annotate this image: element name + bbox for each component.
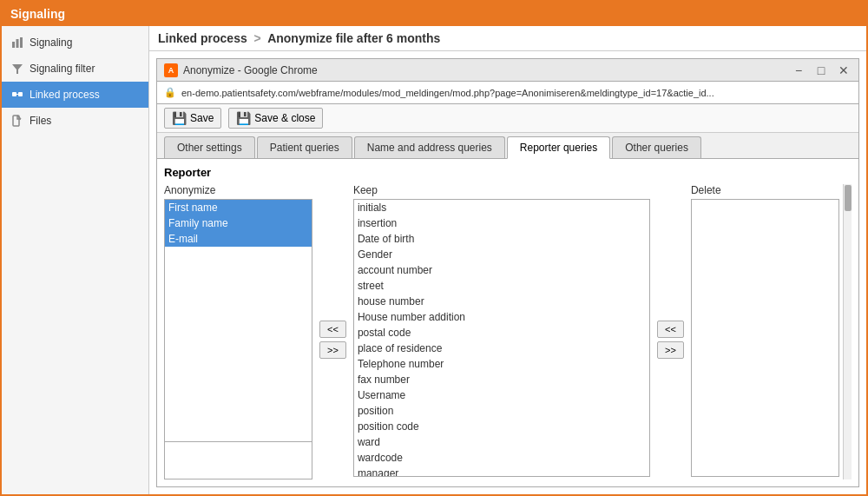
browser-addressbar: 🔒 en-demo.patientsafety.com/webframe/mod… — [157, 82, 858, 104]
keep-list[interactable]: initials insertion Date of birth Gender … — [353, 199, 650, 477]
browser-title-text: Anonymize - Google Chrome — [183, 64, 318, 76]
list-item[interactable]: fax number — [354, 372, 649, 387]
tab-patient-queries[interactable]: Patient queries — [257, 136, 352, 158]
toolbar: 💾 Save 💾 Save & close — [157, 104, 858, 133]
app-title: Signaling — [10, 7, 65, 21]
list-item[interactable]: Date of birth — [354, 231, 649, 247]
process-icon — [10, 88, 24, 102]
left-arrow-buttons: << >> — [316, 200, 350, 479]
browser-chrome: A Anonymize - Google Chrome − □ ✕ 🔒 en-d… — [156, 58, 859, 487]
sidebar-item-signaling-filter-label: Signaling filter — [30, 63, 95, 75]
list-item[interactable]: Telephone number — [354, 356, 649, 372]
anonymize-list[interactable]: First name Family name E-mail — [164, 199, 312, 442]
list-item[interactable]: initials — [354, 200, 649, 215]
svg-marker-3 — [12, 64, 23, 74]
list-item[interactable]: E-mail — [165, 231, 312, 247]
browser-close-button[interactable]: ✕ — [836, 63, 852, 78]
url-text: en-demo.patientsafety.com/webframe/modul… — [181, 88, 714, 98]
keep-label: Keep — [353, 184, 650, 196]
list-item[interactable]: Gender — [354, 247, 649, 262]
move-right-button[interactable]: >> — [319, 341, 346, 359]
list-item[interactable]: manager — [354, 466, 649, 477]
browser-titlebar: A Anonymize - Google Chrome − □ ✕ — [157, 59, 858, 82]
svg-rect-4 — [12, 92, 16, 96]
anonymize-label: Anonymize — [164, 184, 312, 196]
browser-controls: − □ ✕ — [791, 63, 852, 78]
main-area: Signaling Signaling filter Linked proces… — [2, 26, 866, 494]
list-item[interactable]: account number — [354, 262, 649, 278]
list-item[interactable]: House number addition — [354, 309, 649, 325]
app-container: Signaling Signaling Signaling filter — [0, 0, 868, 496]
list-item[interactable]: wardcode — [354, 450, 649, 466]
files-icon — [10, 114, 24, 128]
save-button[interactable]: 💾 Save — [164, 108, 221, 129]
sidebar-item-linked-process[interactable]: Linked process — [2, 82, 148, 108]
move-left-button[interactable]: << — [319, 321, 346, 338]
move-right-right-button[interactable]: >> — [657, 341, 684, 359]
sidebar: Signaling Signaling filter Linked proces… — [2, 26, 149, 494]
sidebar-item-files-label: Files — [30, 115, 51, 127]
lock-icon: 🔒 — [164, 87, 176, 98]
delete-label: Delete — [691, 184, 839, 196]
app-title-bar: Signaling — [2, 2, 866, 26]
columns-area: Anonymize First name Family name E-mail … — [164, 184, 852, 479]
tab-content: Reporter Anonymize First name Family nam… — [157, 159, 858, 486]
list-item[interactable]: ward — [354, 434, 649, 450]
sidebar-item-signaling-filter[interactable]: Signaling filter — [2, 56, 148, 82]
anonymize-column: Anonymize First name Family name E-mail — [164, 184, 312, 479]
list-item[interactable]: insertion — [354, 215, 649, 231]
save-icon: 💾 — [172, 111, 187, 125]
filter-icon — [10, 62, 24, 76]
tab-reporter-queries[interactable]: Reporter queries — [507, 136, 610, 159]
save-close-icon: 💾 — [236, 111, 251, 125]
browser-title-left: A Anonymize - Google Chrome — [164, 63, 318, 77]
svg-rect-1 — [16, 39, 19, 48]
tabs: Other settings Patient queries Name and … — [157, 133, 858, 159]
breadcrumb: Linked process > Anonymize file after 6 … — [149, 26, 866, 51]
delete-column: Delete — [691, 184, 839, 479]
right-arrow-buttons: << >> — [654, 200, 687, 479]
svg-rect-2 — [20, 37, 23, 48]
list-item[interactable]: place of residence — [354, 341, 649, 356]
browser-app-icon: A — [164, 63, 178, 77]
delete-list[interactable] — [691, 199, 839, 477]
svg-rect-0 — [12, 42, 15, 48]
breadcrumb-separator: > — [254, 31, 261, 45]
keep-column: Keep initials insertion Date of birth Ge… — [353, 184, 650, 479]
right-content: Linked process > Anonymize file after 6 … — [149, 26, 866, 494]
list-item[interactable]: street — [354, 278, 649, 294]
tab-other-settings[interactable]: Other settings — [164, 136, 255, 158]
list-item[interactable]: house number — [354, 294, 649, 309]
scrollbar-thumb[interactable] — [845, 185, 852, 211]
move-left-right-button[interactable]: << — [657, 321, 684, 338]
list-item[interactable]: Username — [354, 387, 649, 403]
svg-rect-5 — [18, 92, 23, 96]
tab-name-address-queries[interactable]: Name and address queries — [354, 136, 505, 158]
browser-minimize-button[interactable]: − — [791, 63, 806, 78]
list-item[interactable]: position code — [354, 419, 649, 434]
save-close-label: Save & close — [254, 112, 315, 124]
browser-maximize-button[interactable]: □ — [813, 63, 829, 78]
sidebar-item-signaling[interactable]: Signaling — [2, 30, 148, 56]
breadcrumb-current: Anonymize file after 6 months — [267, 31, 440, 45]
list-item[interactable]: Family name — [165, 215, 312, 231]
tab-other-queries[interactable]: Other queries — [612, 136, 701, 158]
sidebar-item-linked-process-label: Linked process — [30, 89, 100, 101]
list-item[interactable]: postal code — [354, 325, 649, 341]
scrollbar-track[interactable] — [843, 184, 852, 479]
section-title: Reporter — [164, 166, 852, 179]
sidebar-item-files[interactable]: Files — [2, 108, 148, 134]
sidebar-item-signaling-label: Signaling — [30, 36, 72, 49]
save-label: Save — [190, 112, 214, 124]
list-item[interactable]: First name — [165, 200, 312, 215]
list-item[interactable]: position — [354, 403, 649, 419]
save-close-button[interactable]: 💾 Save & close — [228, 108, 323, 129]
chart-icon — [10, 36, 24, 50]
breadcrumb-parent: Linked process — [158, 31, 247, 45]
